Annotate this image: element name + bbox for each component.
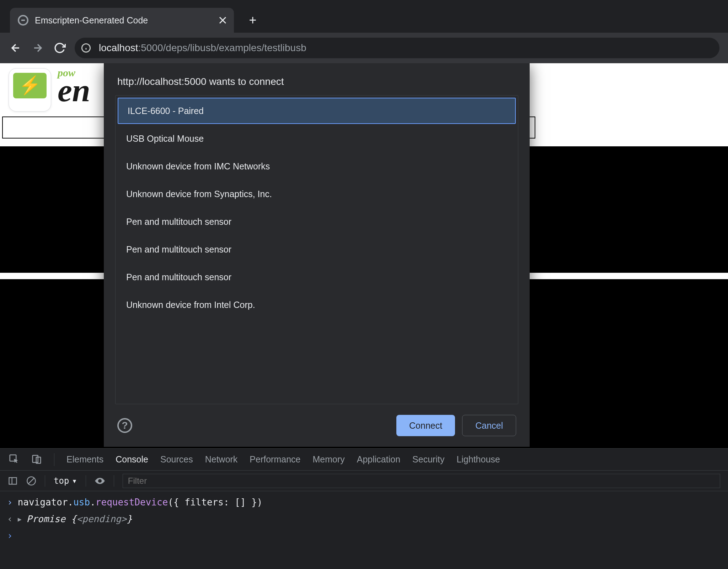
reload-button[interactable] bbox=[53, 41, 67, 55]
tab-elements[interactable]: Elements bbox=[66, 454, 103, 465]
console-sidebar-toggle-icon[interactable] bbox=[8, 476, 18, 486]
globe-icon bbox=[18, 15, 28, 26]
console-output: › navigator.usb.requestDevice({ filters:… bbox=[0, 491, 728, 569]
cancel-button[interactable]: Cancel bbox=[462, 415, 516, 436]
browser-toolbar: localhost:5000/deps/libusb/examples/test… bbox=[0, 33, 728, 63]
console-filter-input[interactable] bbox=[123, 474, 720, 488]
tab-console[interactable]: Console bbox=[116, 454, 148, 465]
browser-tabstrip: Emscripten-Generated Code + bbox=[0, 0, 728, 33]
expand-triangle-icon[interactable]: ▶ bbox=[18, 514, 22, 525]
url-text: localhost:5000/deps/libusb/examples/test… bbox=[99, 42, 306, 54]
inspect-element-icon[interactable] bbox=[9, 454, 19, 466]
device-option[interactable]: Unknown device from IMC Networks bbox=[117, 152, 516, 180]
tab-sources[interactable]: Sources bbox=[160, 454, 193, 465]
tab-memory[interactable]: Memory bbox=[312, 454, 344, 465]
chevron-down-icon: ▾ bbox=[72, 476, 77, 486]
tab-lighthouse[interactable]: Lighthouse bbox=[456, 454, 500, 465]
device-toolbar-icon[interactable] bbox=[31, 454, 42, 466]
browser-tab[interactable]: Emscripten-Generated Code bbox=[10, 8, 234, 33]
console-input-code: navigator.usb.requestDevice({ filters: [… bbox=[18, 494, 263, 511]
clear-console-icon[interactable] bbox=[26, 476, 36, 486]
emscripten-logo-icon bbox=[9, 68, 51, 112]
device-option[interactable]: ILCE-6600 - Paired bbox=[118, 98, 516, 124]
console-input-line: › navigator.usb.requestDevice({ filters:… bbox=[7, 494, 721, 511]
live-expression-icon[interactable] bbox=[95, 476, 105, 486]
close-tab-icon[interactable] bbox=[218, 16, 227, 25]
tab-title: Emscripten-Generated Code bbox=[35, 15, 212, 26]
chevron-right-icon: › bbox=[7, 527, 13, 544]
device-list: ILCE-6600 - Paired USB Optical Mouse Unk… bbox=[115, 95, 518, 404]
webusb-device-chooser-dialog: http://localhost:5000 wants to connect I… bbox=[104, 63, 530, 447]
page-content: pow en http://localhost:5000 wants to co… bbox=[0, 63, 728, 448]
forward-button[interactable] bbox=[31, 41, 45, 55]
tab-network[interactable]: Network bbox=[205, 454, 238, 465]
chevron-right-icon: › bbox=[7, 494, 13, 511]
console-output-value: Promise {<pending>} bbox=[27, 511, 132, 527]
address-bar[interactable]: localhost:5000/deps/libusb/examples/test… bbox=[75, 38, 719, 58]
device-option[interactable]: Pen and multitouch sensor bbox=[117, 235, 516, 263]
console-output-line: ‹ ▶ Promise {<pending>} bbox=[7, 511, 721, 527]
help-icon[interactable]: ? bbox=[117, 418, 132, 433]
svg-rect-4 bbox=[33, 455, 38, 462]
tab-performance[interactable]: Performance bbox=[250, 454, 300, 465]
tab-security[interactable]: Security bbox=[412, 454, 444, 465]
console-toolbar: top ▾ bbox=[0, 471, 728, 491]
svg-rect-6 bbox=[9, 477, 17, 484]
devtools-tabbar: Elements Console Sources Network Perform… bbox=[0, 449, 728, 471]
emscripten-wordmark: pow en bbox=[58, 67, 90, 102]
devtools-panel: Elements Console Sources Network Perform… bbox=[0, 448, 728, 569]
device-option[interactable]: Unknown device from Intel Corp. bbox=[117, 291, 516, 319]
chevron-left-icon: ‹ bbox=[7, 511, 13, 527]
context-selector[interactable]: top ▾ bbox=[54, 476, 77, 486]
device-option[interactable]: USB Optical Mouse bbox=[117, 125, 516, 152]
svg-line-9 bbox=[28, 478, 34, 483]
device-option[interactable]: Unknown device from Synaptics, Inc. bbox=[117, 180, 516, 208]
site-info-icon[interactable] bbox=[78, 40, 94, 56]
new-tab-button[interactable]: + bbox=[244, 11, 262, 29]
device-option[interactable]: Pen and multitouch sensor bbox=[117, 208, 516, 235]
back-button[interactable] bbox=[9, 41, 23, 55]
connect-button[interactable]: Connect bbox=[396, 415, 455, 436]
console-prompt[interactable]: › bbox=[7, 527, 721, 544]
dialog-title: http://localhost:5000 wants to connect bbox=[117, 76, 516, 87]
device-option[interactable]: Pen and multitouch sensor bbox=[117, 263, 516, 291]
tab-application[interactable]: Application bbox=[357, 454, 400, 465]
